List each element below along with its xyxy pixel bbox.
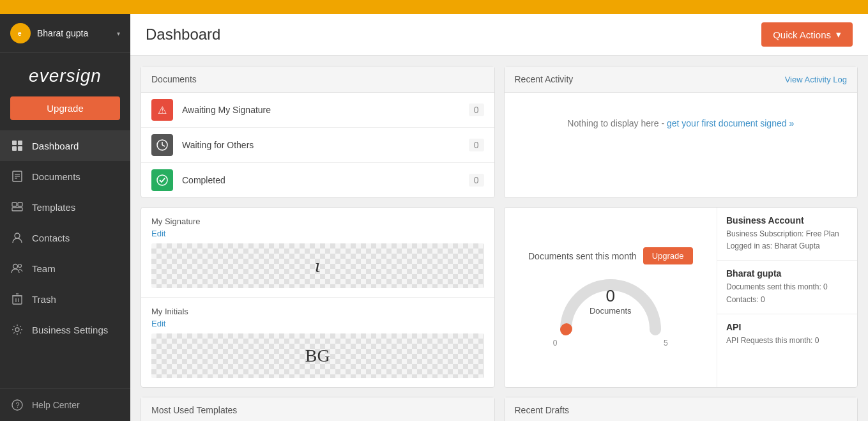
sidebar-nav: Dashboard Documents [0,130,130,388]
awaiting-signature-label: Awaiting My Signature [182,105,469,115]
help-center[interactable]: ? Help Center [0,388,130,421]
business-logged-in: Logged in as: Bharat Gupta [726,240,848,252]
user-contacts: Contacts: 0 [726,294,848,306]
awaiting-signature-count: 0 [469,103,484,116]
sidebar-item-dashboard-label: Dashboard [32,141,79,151]
view-activity-log-link[interactable]: View Activity Log [785,75,847,84]
svg-line-26 [162,145,165,146]
dashboard-icon [10,139,24,153]
svg-text:?: ? [16,401,20,409]
brand-text: eversign [29,66,102,86]
quick-actions-button[interactable]: Quick Actions ▾ [761,22,853,47]
sent-right: Business Account Business Subscription: … [717,208,857,387]
sidebar-item-trash[interactable]: Trash [0,284,130,314]
help-center-label: Help Center [32,400,80,410]
completed-item[interactable]: Completed 0 [141,163,494,197]
user-avatar: e [10,23,31,43]
sent-title-row: Documents sent this month Upgrade [528,247,693,264]
sidebar-item-contacts[interactable]: Contacts [0,222,130,253]
svg-point-14 [13,264,18,269]
recent-drafts-card: Recent Drafts [504,397,858,421]
main-body: Documents ⚠ Awaiting My Signature 0 [130,56,868,421]
api-title: API [726,322,848,332]
svg-rect-2 [12,141,17,145]
sent-card-inner: Documents sent this month Upgrade [505,208,858,387]
drafts-card-title: Recent Drafts [515,405,570,415]
documents-card-title: Documents [151,74,197,84]
svg-rect-16 [13,296,22,304]
completed-icon [151,169,173,191]
gauge-range: 0 5 [553,339,668,348]
my-signature-section: My Signature Edit ι [141,208,494,298]
activity-empty-text: Nothing to display here - [567,118,667,128]
svg-rect-3 [18,141,22,145]
user-docs-sent: Documents sent this month: 0 [726,281,848,293]
gauge-container: 0 Documents [553,272,668,336]
templates-card-title: Most Used Templates [151,405,237,415]
documents-icon [10,169,24,183]
signature-card: My Signature Edit ι My Initials Edit BG [141,207,495,388]
upgrade-button[interactable]: Upgrade [10,96,120,120]
templates-card-header: Most Used Templates [141,397,494,421]
user-menu[interactable]: e Bharat gupta ▾ [0,14,130,53]
documents-list: ⚠ Awaiting My Signature 0 Waiting f [141,93,494,197]
waiting-others-item[interactable]: Waiting for Others 0 [141,128,494,163]
svg-point-13 [15,233,20,238]
main-content: Dashboard Quick Actions ▾ Documents ⚠ Aw… [130,14,868,421]
documents-card: Documents ⚠ Awaiting My Signature 0 [141,66,495,198]
gauge-min: 0 [553,339,558,348]
business-subscription: Business Subscription: Free Plan [726,228,848,240]
team-icon [10,261,24,275]
svg-rect-11 [18,203,22,206]
gauge-value: 0 [590,286,632,306]
api-requests: API Requests this month: 0 [726,335,848,347]
most-used-templates-card: Most Used Templates [141,397,495,421]
waiting-others-label: Waiting for Others [182,140,469,150]
main-header: Dashboard Quick Actions ▾ [130,14,868,56]
sidebar-item-documents-label: Documents [32,171,80,182]
activity-card: Recent Activity View Activity Log Nothin… [504,66,858,198]
completed-label: Completed [182,175,469,185]
get-first-doc-signed-link[interactable]: get your first document signed » [667,118,794,128]
sidebar-item-business-settings[interactable]: Business Settings [0,314,130,345]
top-bar [0,0,868,14]
sidebar-item-templates-label: Templates [32,202,75,213]
api-account-section: API API Requests this month: 0 [717,314,857,355]
my-signature-preview: ι [151,243,484,288]
sent-upgrade-button[interactable]: Upgrade [643,247,693,264]
my-initials-image: BG [305,346,330,366]
my-initials-edit-link[interactable]: Edit [151,319,484,328]
my-signature-edit-link[interactable]: Edit [151,229,484,238]
quick-actions-label: Quick Actions [773,29,831,40]
documents-card-header: Documents [141,66,494,93]
activity-card-header: Recent Activity View Activity Log [505,66,858,93]
help-icon: ? [10,398,24,412]
brand-logo: eversign [0,53,130,96]
sent-title-text: Documents sent this month [528,251,637,261]
activity-empty-message: Nothing to display here - get your first… [505,93,858,154]
waiting-others-icon [151,134,173,156]
quick-actions-chevron-icon: ▾ [836,29,841,40]
drafts-card-header: Recent Drafts [505,397,858,421]
my-signature-label: My Signature [151,217,484,226]
contacts-icon [10,231,24,245]
sidebar-item-team-label: Team [32,263,56,274]
svg-point-27 [157,175,167,185]
templates-icon [10,200,24,214]
awaiting-signature-item[interactable]: ⚠ Awaiting My Signature 0 [141,93,494,128]
sidebar-item-documents[interactable]: Documents [0,161,130,192]
svg-point-21 [15,328,19,332]
user-chevron-icon: ▾ [117,30,120,37]
my-signature-image: ι [315,255,320,277]
username-label: Bharat gupta [37,28,117,38]
sidebar: e Bharat gupta ▾ eversign Upgrade [0,14,130,421]
sent-card: Documents sent this month Upgrade [504,207,858,388]
sidebar-item-team[interactable]: Team [0,253,130,284]
sidebar-item-dashboard[interactable]: Dashboard [0,130,130,161]
my-initials-section: My Initials Edit BG [141,298,494,387]
sidebar-item-templates[interactable]: Templates [0,192,130,222]
sidebar-item-business-settings-label: Business Settings [32,325,108,335]
my-initials-label: My Initials [151,307,484,316]
business-account-title: Business Account [726,215,848,226]
svg-rect-10 [12,203,17,206]
